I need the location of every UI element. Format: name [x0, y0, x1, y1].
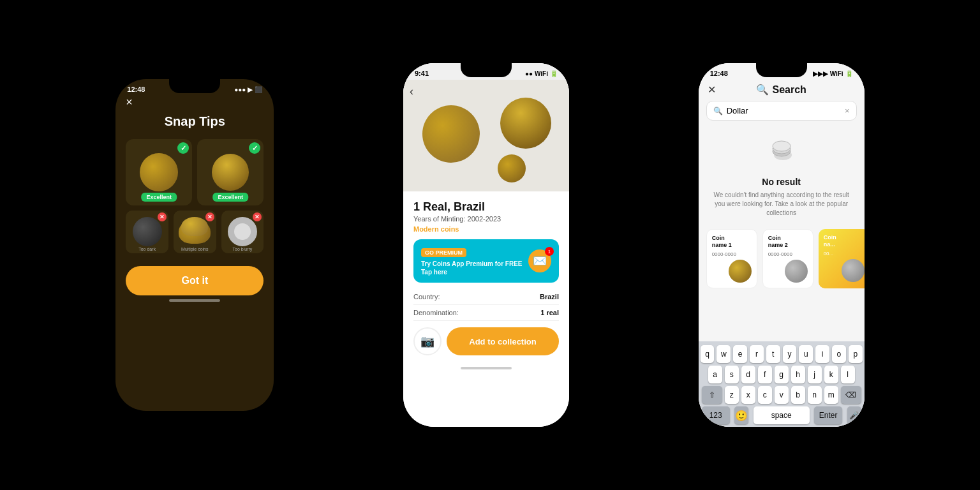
- svg-point-3: [773, 141, 791, 151]
- key-y[interactable]: y: [783, 345, 797, 363]
- scene: 12:48 ●●● ▶ ⬛ × Snap Tips ✓ Excellent: [0, 0, 980, 490]
- key-e[interactable]: e: [733, 345, 747, 363]
- key-x[interactable]: x: [741, 386, 755, 404]
- hero-coin-big: [422, 105, 480, 163]
- premium-banner[interactable]: GO PREMIUM Try Coins App Premium for FRE…: [413, 239, 559, 283]
- key-w[interactable]: w: [716, 345, 731, 363]
- notification-badge: 1: [545, 247, 554, 256]
- key-v[interactable]: v: [775, 386, 789, 404]
- add-to-collection-button[interactable]: Add to collection: [447, 327, 559, 355]
- key-j[interactable]: j: [808, 366, 822, 383]
- search-icon-title: 🔍: [756, 84, 769, 96]
- popular-card-1[interactable]: Coinname 1 0000-0000: [706, 229, 757, 288]
- time-2: 9:41: [415, 70, 429, 77]
- coin-image-1: [140, 153, 178, 191]
- key-f[interactable]: f: [758, 366, 772, 383]
- card-coin-3: [842, 259, 865, 282]
- country-label: Country:: [413, 293, 440, 301]
- search-close-button[interactable]: ✕: [708, 84, 716, 96]
- card-name-2: Coinname 2: [768, 235, 808, 249]
- key-n[interactable]: n: [808, 386, 822, 404]
- phone-search: 12:48 ▶▶▶ WiFi 🔋 ✕ 🔍 Search 🔍 ×: [699, 63, 865, 427]
- keyboard: q w e r t y u i o p a s d f g h: [699, 341, 865, 427]
- coin-name: 1 Real, Brazil: [413, 200, 559, 214]
- phone-coin-detail: 9:41 ●● WiFi 🔋 ‹ 1 Real, Brazil Years of…: [403, 63, 569, 427]
- bad-photos-grid: ✕ Too dark ✕ Multiple coins ✕ Too blurry: [126, 211, 264, 253]
- status-icons-2: ●● WiFi 🔋: [525, 70, 558, 77]
- card-date-2: 0000-0000: [768, 251, 808, 257]
- snap-cell-blurry: ✕ Too blurry: [221, 211, 264, 253]
- denomination-label: Denomination:: [413, 309, 459, 316]
- key-h[interactable]: h: [791, 366, 805, 383]
- home-bar-1: [169, 299, 220, 302]
- key-s[interactable]: s: [725, 366, 739, 383]
- no-result-title: No result: [762, 177, 801, 187]
- key-d[interactable]: d: [741, 366, 755, 383]
- camera-button[interactable]: 📷: [413, 327, 442, 355]
- key-q[interactable]: q: [701, 345, 715, 363]
- bad-badge-3: ✕: [253, 212, 262, 221]
- key-k[interactable]: k: [824, 366, 838, 383]
- key-r[interactable]: r: [750, 345, 764, 363]
- key-z[interactable]: z: [725, 386, 739, 404]
- popular-card-3[interactable]: Coinna... 00...: [819, 229, 865, 288]
- premium-tag: GO PREMIUM: [421, 248, 466, 257]
- notch-1: [169, 79, 220, 93]
- keyboard-row-3: ⇧ z x c v b n m ⌫: [701, 386, 863, 404]
- key-a[interactable]: a: [708, 366, 722, 383]
- keyboard-special-row: 123 🙂 space Enter 🎤: [701, 406, 863, 424]
- category-link[interactable]: Modern coins: [413, 225, 559, 233]
- search-bar-icon: 🔍: [713, 107, 723, 115]
- key-delete[interactable]: ⌫: [841, 386, 861, 404]
- premium-icon: ✉️ 1: [528, 249, 551, 272]
- popular-card-2[interactable]: Coinname 2 0000-0000: [762, 229, 813, 288]
- key-123[interactable]: 123: [702, 406, 730, 424]
- key-u[interactable]: u: [799, 345, 813, 363]
- no-result-area: No result We couldn't find anything acco…: [699, 121, 865, 224]
- blurry-coin: [228, 217, 257, 246]
- premium-text: Try Coins App Premium for FREE Tap here: [421, 260, 523, 276]
- card-coin-1: [729, 260, 752, 283]
- got-it-button[interactable]: Got it: [126, 266, 264, 295]
- search-bar[interactable]: 🔍 ×: [706, 101, 857, 121]
- bad-badge-1: ✕: [158, 212, 167, 221]
- snap-tips-title: Snap Tips: [126, 114, 264, 129]
- no-result-desc: We couldn't find anything according to t…: [711, 191, 852, 218]
- bad-badge-2: ✕: [205, 212, 214, 221]
- country-value: Brazil: [540, 293, 559, 301]
- country-row: Country: Brazil: [413, 289, 559, 305]
- key-t[interactable]: t: [766, 345, 780, 363]
- key-m[interactable]: m: [824, 386, 838, 404]
- denomination-value: 1 real: [540, 309, 559, 316]
- card-coin-2: [785, 260, 808, 283]
- denomination-row: Denomination: 1 real: [413, 305, 559, 321]
- keyboard-row-1: q w e r t y u i o p: [701, 345, 863, 363]
- key-p[interactable]: p: [849, 345, 863, 363]
- key-space[interactable]: space: [754, 406, 810, 424]
- status-icons-1: ●●● ▶ ⬛: [234, 86, 262, 93]
- dark-coin: [133, 217, 162, 246]
- search-input[interactable]: [727, 106, 841, 115]
- notch-3: [756, 63, 807, 77]
- key-g[interactable]: g: [775, 366, 789, 383]
- key-mic[interactable]: 🎤: [847, 406, 861, 424]
- key-c[interactable]: c: [758, 386, 772, 404]
- coin-years: Years of Minting: 2002-2023: [413, 215, 559, 223]
- key-emoji[interactable]: 🙂: [734, 406, 748, 424]
- snap-cell-dark: ✕ Too dark: [126, 211, 168, 253]
- key-b[interactable]: b: [791, 386, 805, 404]
- status-icons-3: ▶▶▶ WiFi 🔋: [813, 70, 853, 77]
- keyboard-row-2: a s d f g h j k l: [701, 366, 863, 383]
- key-i[interactable]: i: [815, 345, 829, 363]
- search-clear-button[interactable]: ×: [845, 106, 850, 115]
- key-shift[interactable]: ⇧: [702, 386, 722, 404]
- status-bar-3: 12:48 ▶▶▶ WiFi 🔋: [699, 63, 865, 80]
- snap-cell-multiple: ✕ Multiple coins: [174, 211, 216, 253]
- back-button[interactable]: ‹: [410, 85, 413, 98]
- hero-coin-med: [500, 98, 551, 149]
- key-o[interactable]: o: [832, 345, 846, 363]
- too-dark-label: Too dark: [138, 247, 156, 251]
- close-button-1[interactable]: ×: [126, 96, 264, 109]
- key-enter[interactable]: Enter: [814, 406, 842, 424]
- key-l[interactable]: l: [841, 366, 855, 383]
